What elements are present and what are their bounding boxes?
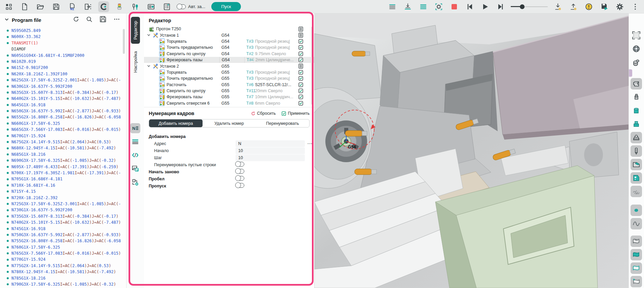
gcode-line[interactable]: N665G3X-7.566Y-17.083I=AC(-0.016)J=AC(-0… — [4, 127, 126, 133]
run-button[interactable]: Пуск — [211, 2, 241, 11]
gcode-line[interactable]: N675G2X-14.14Y-9.515I=AC(2.064)J=AC(0.53… — [4, 139, 126, 145]
save-button[interactable] — [51, 1, 62, 12]
gcode-line[interactable]: N670G1Y-15.924 — [4, 133, 126, 139]
address-input[interactable]: N — [236, 140, 305, 147]
operation-checkbox[interactable] — [298, 39, 304, 44]
save-and-run-button[interactable] — [599, 1, 610, 12]
gcode-line[interactable]: N635G3X-15.607Y-8.313I=AC(-0.384)J=AC(-0… — [4, 89, 126, 96]
gcode-line[interactable]: N600X-33.362 — [4, 34, 126, 40]
tree-row-op[interactable]: GТорцеватьG54T#3Проходной резец| — [144, 38, 314, 44]
gcode-line[interactable]: N685G1X-18.216 — [4, 151, 126, 157]
reset-button[interactable]: Сбросить — [251, 111, 276, 116]
refresh-button[interactable] — [73, 16, 79, 24]
tab-editor[interactable]: Редактор — [131, 17, 140, 44]
flag-outline-button[interactable] — [631, 236, 642, 247]
operation-checkbox[interactable] — [298, 45, 304, 50]
numbering-tool-button[interactable]: N — [130, 123, 140, 133]
gcode-line[interactable]: N610Z0.019 — [4, 59, 126, 65]
operation-checkbox[interactable] — [298, 88, 304, 93]
show-stock-button[interactable] — [631, 78, 642, 89]
play-button[interactable] — [480, 1, 491, 12]
show-curves-button[interactable] — [631, 218, 642, 229]
gcode-line[interactable]: N710X-16.681Y-4.16 — [4, 182, 126, 188]
operation-checkbox[interactable] — [298, 70, 304, 75]
stop-button[interactable] — [449, 1, 460, 12]
download-warning-button[interactable] — [552, 1, 563, 12]
skip-to-end-button[interactable] — [495, 1, 506, 12]
slider-knob[interactable] — [520, 4, 525, 9]
tree-row-op[interactable]: GФрезеровать пазыG54T#42mm Цилиндриче... — [144, 57, 314, 63]
fit-view-button[interactable] — [631, 30, 642, 41]
show-machine-button[interactable] — [631, 172, 642, 184]
program-more-button[interactable] — [113, 16, 120, 24]
tree-row-group[interactable]: Установ 2G55 — [144, 63, 314, 69]
gcode-line[interactable]: N630G1X-16.637Y-5.992F200 — [4, 83, 126, 89]
gcode-line[interactable]: N745G1X-16.918 — [4, 226, 126, 232]
gcode-line[interactable]: N730G1X-16.637Y-5.992F200 — [4, 207, 126, 213]
gcode-line[interactable]: N765G3X-7.566Y-17.083I=AC(-0.016)J=AC(-0… — [4, 250, 126, 256]
expand-chevron[interactable] — [147, 64, 151, 68]
numbering-tab-1[interactable]: Добавить номера — [149, 119, 203, 127]
gcode-line[interactable]: N605G1G94X-16.681Y-4.15M8F2000 — [4, 52, 126, 59]
all-lines-button[interactable] — [418, 1, 429, 12]
skip-to-start-button[interactable] — [464, 1, 475, 12]
operation-checkbox[interactable] — [298, 101, 304, 106]
flag-teal-outline-button[interactable] — [631, 262, 642, 274]
tree-row-op[interactable]: GРасточитьG55T#6S25T-SCLCR-12/... — [144, 82, 314, 88]
auto-toggle[interactable]: Авт. за... — [177, 4, 205, 9]
gcode-line[interactable]: N705G1X-16.686Y-4.181 — [4, 176, 126, 182]
operation-checkbox[interactable] — [298, 51, 304, 56]
numbering-tab-3[interactable]: Перенумеровать — [256, 119, 309, 127]
toggle-switch[interactable] — [236, 176, 244, 181]
operation-checkbox[interactable] — [298, 82, 304, 87]
more-menu-button[interactable] — [630, 1, 641, 12]
gcode-line[interactable]: N755G2X-16.808Y-6.258I=AC(-16.826)J=AC(-… — [4, 238, 126, 244]
flow-tool-button[interactable] — [130, 177, 140, 187]
gcode-listing[interactable]: N595G0Z5.849N600X-33.362TRANSMIT(1)DIAMO… — [0, 26, 126, 287]
import-button[interactable] — [82, 1, 93, 12]
gcode-line[interactable]: DIAMOF — [4, 46, 126, 52]
open-file-button[interactable] — [35, 1, 46, 12]
collapse-chevron-icon[interactable] — [5, 17, 9, 23]
step-input[interactable]: 10 — [236, 154, 305, 161]
gcode-line[interactable]: N715Y-4.15 — [4, 188, 126, 194]
restart-toggle[interactable] — [236, 169, 244, 175]
apply-button[interactable]: Применить — [282, 111, 310, 116]
show-part-button[interactable] — [631, 92, 642, 103]
show-result-button[interactable] — [631, 118, 642, 130]
gcode-line[interactable]: N760G1X-17.58Y-6.325 — [4, 244, 126, 250]
gcode-line[interactable]: N695X-17.489Y-6.433I=AC(-17.391)J=AC(-6.… — [4, 164, 126, 170]
tree-row-op[interactable]: GТочить предварительноG54T#3Проходной ре… — [144, 44, 314, 50]
settings-button[interactable] — [614, 1, 625, 12]
tree-row-group[interactable]: Установ 1G54 — [144, 32, 314, 38]
format-lines-button[interactable] — [387, 1, 398, 12]
3d-viewport[interactable]: G54 — [314, 13, 629, 288]
tree-row-op[interactable]: GТорцеватьG55T#3Проходной резец| — [144, 69, 314, 75]
gcode-line[interactable]: N750G3X-16.637Y-5.992I=AC(-2.877)J=AC(-0… — [4, 232, 126, 238]
gcode-line[interactable]: N735G3X-15.607Y-8.313I=AC(-0.384)J=AC(-0… — [4, 213, 126, 219]
flag-dot-button[interactable] — [631, 276, 642, 287]
blocks-tool-button[interactable] — [130, 137, 140, 147]
tools-button[interactable] — [130, 1, 141, 12]
gcode-line[interactable]: N660G1X-17.58Y-6.325 — [4, 120, 126, 127]
machine-capture-button[interactable] — [98, 1, 109, 12]
program-scrollbar[interactable] — [123, 29, 125, 54]
toggle-switch[interactable] — [236, 169, 244, 174]
gcode-line[interactable]: N615Z-0.981F200 — [4, 65, 126, 71]
gcode-line[interactable]: N625G3X-17.58Y-6.325Z-2.001I=AC(-1.085)J… — [4, 77, 126, 83]
gcode-line[interactable]: N775G2X-14.14Y-9.515I=AC(2.064)J=AC(0.53… — [4, 263, 126, 269]
show-tool-button[interactable] — [631, 145, 642, 157]
gcode-line[interactable]: N780X-12.945Y-4.15I=AC(-10.581)J=AC(-7.4… — [4, 269, 126, 275]
part-view-button[interactable] — [631, 57, 642, 68]
tree-row-op[interactable]: GСверлить отверстия 6G55T#86mm Сверло — [144, 100, 314, 106]
new-file-button[interactable] — [19, 1, 30, 12]
speed-slider[interactable] — [511, 4, 548, 9]
operation-checkbox[interactable] — [298, 58, 304, 62]
skip-toggle[interactable] — [236, 183, 244, 189]
gcode-line[interactable]: N725G3X-17.58Y-6.325Z-3.001I=AC(-1.085)J… — [4, 201, 126, 207]
tree-row-op[interactable]: GСверлить по центруG54T#29.75mm Сверло — [144, 51, 314, 57]
trail-list-button[interactable] — [298, 33, 304, 38]
gcode-line[interactable]: N650G3X-16.637Y-5.992I=AC(-2.877)J=AC(-0… — [4, 108, 126, 114]
gcode-line[interactable]: N640G2X-15.101Y-5.15I=AC(-10.632)J=AC(-7… — [4, 96, 126, 102]
code-tool-button[interactable] — [130, 150, 140, 160]
